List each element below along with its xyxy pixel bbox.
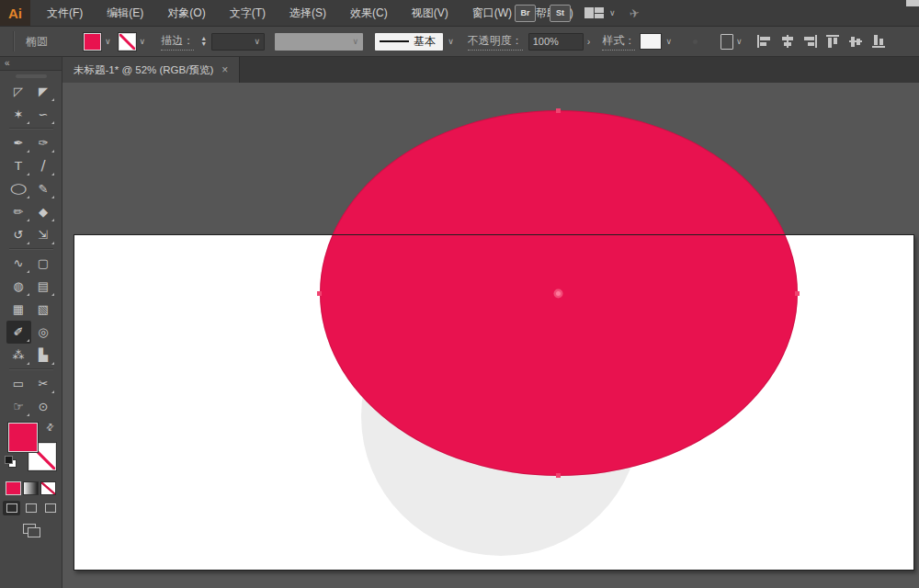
style-panel-link[interactable]: 样式：	[602, 33, 635, 51]
chevron-down-icon[interactable]: ∨	[665, 38, 672, 46]
tool-column-graph[interactable]: ▙	[31, 344, 56, 367]
tool-line-segment[interactable]: ∕	[31, 154, 56, 177]
pencil-icon: ✏	[14, 206, 24, 218]
menu-item-type[interactable]: 文字(T)	[218, 6, 278, 21]
bridge-button[interactable]: Br	[515, 5, 536, 22]
tool-eraser[interactable]: ◆	[31, 200, 56, 223]
draw-normal-button[interactable]	[3, 501, 20, 515]
document-tab-title: 未标题-1* @ 52% (RGB/预览)	[74, 63, 213, 77]
tool-paintbrush[interactable]: ✎	[31, 177, 56, 200]
tool-mesh[interactable]: ▦	[6, 298, 31, 321]
document-setup-control[interactable]: ∨	[720, 34, 743, 50]
opacity-flyout-arrow[interactable]: ›	[587, 36, 591, 47]
stroke-weight-stepper[interactable]: ▲ ▼	[200, 36, 207, 47]
symbol-sprayer-icon: ⁂	[13, 349, 25, 361]
fill-color-swatch[interactable]	[85, 34, 100, 50]
tool-rotate[interactable]: ↺	[6, 223, 31, 246]
stroke-panel-link[interactable]: 描边：	[161, 33, 194, 51]
anchor-point-bottom[interactable]	[556, 473, 561, 478]
screen-mode-button[interactable]	[23, 524, 40, 537]
stroke-style-preview[interactable]: 基本	[375, 33, 443, 51]
screen-mode-icon	[28, 527, 40, 537]
tool-free-transform[interactable]: ▢	[31, 252, 56, 275]
color-button[interactable]	[6, 482, 20, 494]
none-button[interactable]	[41, 482, 55, 494]
stroke-color-swatch[interactable]	[119, 34, 135, 50]
anchor-point-top[interactable]	[556, 108, 561, 113]
stroke-weight-dropdown[interactable]: ∨	[211, 33, 265, 51]
menu-item-edit[interactable]: 编辑(E)	[95, 6, 155, 21]
ellipse-center-point[interactable]	[556, 291, 561, 296]
opacity-input[interactable]: 100%	[528, 33, 584, 51]
menu-item-file[interactable]: 文件(F)	[35, 6, 95, 21]
workspace-switcher[interactable]: ∨	[584, 7, 616, 19]
flyout-corner-icon	[27, 413, 29, 416]
tool-perspective-grid[interactable]: ▤	[31, 275, 56, 298]
close-icon[interactable]: ×	[221, 64, 228, 75]
tool-scale[interactable]: ⇲	[31, 223, 56, 246]
chevron-down-icon[interactable]: ∨	[448, 38, 454, 46]
recolor-artwork-icon[interactable]	[687, 34, 703, 50]
graphic-style-swatch[interactable]	[641, 34, 661, 49]
tool-hand[interactable]: ☞	[6, 395, 31, 418]
chevron-down-icon[interactable]: ∨	[140, 38, 146, 46]
menu-item-object[interactable]: 对象(O)	[155, 6, 217, 21]
tool-blend[interactable]: ◎	[31, 321, 56, 344]
align-horizontal-left-icon[interactable]	[756, 34, 772, 49]
align-vertical-center-icon[interactable]	[848, 34, 864, 49]
stroke-style-name: 基本	[414, 34, 436, 50]
align-vertical-bottom-icon[interactable]	[871, 34, 887, 49]
align-vertical-top-icon[interactable]	[825, 34, 841, 49]
menu-item-effect[interactable]: 效果(C)	[338, 6, 400, 21]
eyedropper-icon: ✐	[14, 326, 24, 338]
tool-pen[interactable]: ✒	[6, 131, 31, 154]
draw-inside-button[interactable]	[41, 501, 59, 515]
chevron-down-icon[interactable]: ∨	[105, 38, 111, 46]
tool-zoom[interactable]: ⊙	[31, 395, 56, 418]
anchor-point-left[interactable]	[317, 291, 322, 296]
default-fill-stroke-icon[interactable]	[6, 457, 18, 468]
tool-selection[interactable]: ◸	[6, 80, 31, 103]
tool-blob-brush[interactable]: ✑	[31, 131, 56, 154]
tool-type[interactable]: T	[6, 154, 31, 177]
panel-collapse-button[interactable]: «	[0, 57, 62, 71]
tool-magic-wand[interactable]: ✶	[6, 103, 31, 126]
blob-brush-icon: ✑	[39, 137, 49, 149]
tool-lasso[interactable]: ∽	[31, 103, 56, 126]
fill-indicator[interactable]	[9, 424, 37, 451]
tool-shape-builder[interactable]: ◍	[6, 275, 31, 298]
cs-live-icon[interactable]: ✈	[628, 6, 640, 21]
document-tab-bar: 未标题-1* @ 52% (RGB/预览) ×	[62, 57, 919, 84]
stock-button[interactable]: St	[550, 5, 571, 22]
swap-fill-stroke-icon[interactable]: ⇄	[43, 421, 56, 434]
tool-width[interactable]: ∿	[6, 252, 31, 275]
tool-pencil[interactable]: ✏	[6, 200, 31, 223]
step-down-icon[interactable]: ▼	[200, 41, 207, 47]
tool-ellipse[interactable]: ◯	[6, 177, 31, 200]
tool-artboard-tool[interactable]: ▭	[6, 372, 31, 395]
align-horizontal-center-icon[interactable]	[779, 34, 795, 49]
opacity-panel-link[interactable]: 不透明度：	[468, 33, 523, 51]
free-transform-icon: ▢	[38, 257, 49, 269]
align-horizontal-right-icon[interactable]	[802, 34, 818, 49]
menu-item-view[interactable]: 视图(V)	[400, 6, 460, 21]
flyout-corner-icon	[27, 362, 29, 365]
brush-definition-dropdown[interactable]: ∨	[275, 33, 363, 51]
tool-eyedropper[interactable]: ✐	[6, 321, 31, 344]
panel-drag-grip[interactable]	[16, 74, 47, 78]
tool-symbol-sprayer[interactable]: ⁂	[6, 344, 31, 367]
stroke-line-preview	[380, 40, 409, 42]
tool-group-separator	[9, 248, 53, 250]
pen-icon: ✒	[14, 137, 24, 149]
menu-item-select[interactable]: 选择(S)	[278, 6, 338, 21]
gradient-button[interactable]	[24, 482, 38, 494]
tool-gradient[interactable]: ▧	[31, 298, 56, 321]
document-tab[interactable]: 未标题-1* @ 52% (RGB/预览) ×	[62, 57, 240, 83]
draw-behind-button[interactable]	[22, 501, 40, 515]
column-graph-icon: ▙	[39, 349, 48, 361]
tool-slice[interactable]: ✂	[31, 372, 56, 395]
stroke-style-control[interactable]: 基本 ∨	[375, 33, 454, 51]
anchor-point-right[interactable]	[795, 291, 800, 296]
tool-direct-selection[interactable]: ◤	[31, 80, 56, 103]
flyout-corner-icon	[51, 121, 54, 124]
